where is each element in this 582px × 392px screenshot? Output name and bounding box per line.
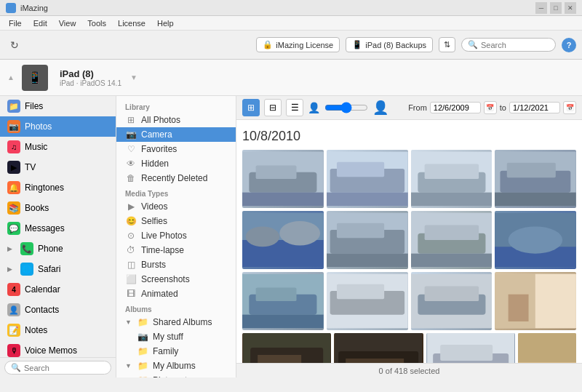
panel-item-timelapse[interactable]: ⏱ Time-lapse — [116, 243, 236, 257]
panel-item-camera[interactable]: 📷 Camera — [116, 127, 236, 142]
person-start-icon: 👤 — [308, 102, 320, 113]
photo-thumb[interactable] — [426, 333, 515, 363]
list-view-button[interactable]: ☰ — [286, 99, 303, 116]
menu-tools[interactable]: Tools — [81, 16, 112, 30]
window-controls[interactable]: ─ □ ✕ — [535, 2, 576, 14]
photo-thumb[interactable] — [242, 150, 324, 208]
menu-help[interactable]: Help — [151, 16, 180, 30]
camera-icon: 📷 — [125, 129, 137, 140]
photo-thumb[interactable] — [327, 150, 408, 208]
panel-item-myalbums[interactable]: ▼ 📁 My Albums — [116, 359, 236, 373]
sidebar-item-books[interactable]: 📚 Books — [0, 198, 116, 218]
minimize-button[interactable]: ─ — [535, 2, 547, 14]
menu-view[interactable]: View — [53, 16, 82, 30]
transfer-button[interactable]: ⇅ — [439, 37, 455, 52]
panel-item-recentlydeleted[interactable]: 🗑 Recently Deleted — [116, 171, 236, 185]
help-button[interactable]: ? — [562, 38, 576, 52]
svg-rect-6 — [337, 162, 384, 177]
date-from-input[interactable] — [430, 102, 481, 113]
panel-item-allphotos[interactable]: ⊞ All Photos — [116, 113, 236, 127]
panel-item-family[interactable]: 📁 Family — [116, 344, 236, 359]
sidebar-item-phone[interactable]: ▶ 📞 Phone — [0, 239, 116, 259]
sidebar-item-calendar[interactable]: 4 Calendar — [0, 279, 116, 300]
library-section-title: Library — [116, 99, 236, 113]
photo-thumb[interactable] — [334, 333, 423, 363]
photo-thumb[interactable] — [411, 272, 493, 330]
camera-label: Camera — [141, 129, 172, 140]
photo-thumb[interactable] — [242, 333, 331, 363]
svg-rect-37 — [337, 284, 384, 299]
sidebar-item-files[interactable]: 📁 Files — [0, 96, 116, 116]
pinterest-icon: 📁 — [137, 375, 148, 377]
app-title: iMazing — [20, 4, 48, 12]
panel-item-favorites[interactable]: ♡ Favorites — [116, 142, 236, 156]
sidebar-item-messages[interactable]: 💬 Messages — [0, 218, 116, 239]
slider-container[interactable] — [324, 102, 368, 113]
cal-to-button[interactable]: 📅 — [563, 101, 576, 114]
photo-thumb[interactable] — [495, 150, 576, 208]
sidebar-item-notes[interactable]: 📝 Notes — [0, 320, 116, 340]
panel-item-bursts[interactable]: ◫ Bursts — [116, 257, 236, 272]
menu-file[interactable]: File — [3, 16, 28, 30]
panel-item-selfies[interactable]: 😊 Selfies — [116, 214, 236, 228]
license-button[interactable]: 🔒 iMazing License — [256, 37, 340, 52]
photo-grid[interactable]: 10/8/2010 — [236, 120, 582, 363]
panel-item-videos[interactable]: ▶ Videos — [116, 199, 236, 214]
photo-grid-inner: 10/8/2010 — [236, 120, 582, 363]
animated-label: Animated — [141, 289, 178, 299]
panel-item-animated[interactable]: 🎞 Animated — [116, 287, 236, 301]
photo-thumb[interactable] — [242, 211, 324, 269]
panel-item-hidden[interactable]: 👁 Hidden — [116, 156, 236, 171]
photo-thumb[interactable] — [411, 150, 493, 208]
cal-from-button[interactable]: 📅 — [484, 101, 497, 114]
panel-item-screenshots[interactable]: ⬜ Screenshots — [116, 272, 236, 287]
scroll-up-arrow[interactable]: ▲ — [6, 72, 16, 83]
backup-button[interactable]: 📱 iPad (8) Backups — [346, 37, 433, 52]
panel-item-livephotos[interactable]: ⊙ Live Photos — [116, 228, 236, 243]
sidebar-search-area[interactable]: 🔍 — [0, 357, 116, 377]
photo-thumb[interactable] — [242, 272, 324, 330]
sidebar-search-input[interactable] — [24, 364, 97, 372]
date-to-input[interactable] — [509, 102, 560, 113]
medium-grid-view-button[interactable]: ⊟ — [264, 99, 282, 116]
size-slider[interactable] — [324, 102, 368, 113]
ringtones-icon: 🔔 — [7, 181, 20, 194]
sidebar-item-safari[interactable]: ▶ 🌐 Safari — [0, 259, 116, 279]
panel-item-sharedalbums[interactable]: ▼ 📁 Shared Albums — [116, 315, 236, 329]
status-bar: 0 of 418 selected — [236, 363, 582, 377]
svg-rect-26 — [424, 225, 479, 240]
allphotos-icon: ⊞ — [125, 115, 137, 125]
sidebar-item-label: Safari — [38, 264, 60, 274]
photo-thumb[interactable] — [518, 333, 576, 363]
panel-item-mystuff[interactable]: 📷 My stuff — [116, 329, 236, 344]
hidden-icon: 👁 — [125, 159, 137, 169]
sidebar-item-music[interactable]: ♫ Music — [0, 137, 116, 157]
photo-thumb[interactable] — [495, 211, 576, 269]
sidebar-search-icon: 🔍 — [11, 363, 21, 372]
close-button[interactable]: ✕ — [565, 2, 576, 14]
photo-thumb[interactable] — [411, 211, 493, 269]
photo-thumb[interactable] — [495, 272, 576, 330]
svg-rect-2 — [256, 165, 297, 179]
photo-thumb[interactable] — [327, 211, 408, 269]
animated-icon: 🎞 — [125, 289, 137, 299]
sidebar-item-contacts[interactable]: 👤 Contacts — [0, 300, 116, 320]
menu-edit[interactable]: Edit — [28, 16, 53, 30]
search-input[interactable] — [481, 41, 554, 49]
refresh-button[interactable]: ↻ — [6, 36, 23, 54]
panel-item-pinterest[interactable]: 📁 Pinterest — [116, 373, 236, 377]
device-expand-icon[interactable]: ▼ — [130, 73, 137, 81]
search-bar[interactable]: 🔍 — [461, 38, 556, 52]
sidebar-item-photos[interactable]: 📷 Photos — [0, 116, 116, 137]
sidebar-item-voicememos[interactable]: 🎙 Voice Memos — [0, 340, 116, 357]
sidebar-search-container[interactable]: 🔍 — [4, 361, 111, 375]
svg-rect-22 — [337, 223, 384, 238]
grid-view-button[interactable]: ⊞ — [242, 99, 260, 116]
notes-icon: 📝 — [7, 324, 20, 337]
maximize-button[interactable]: □ — [550, 2, 562, 14]
menu-license[interactable]: License — [112, 16, 151, 30]
sidebar-item-label: Photos — [25, 121, 52, 132]
sidebar-item-ringtones[interactable]: 🔔 Ringtones — [0, 177, 116, 198]
sidebar-item-tv[interactable]: ▶ TV — [0, 157, 116, 177]
photo-thumb[interactable] — [327, 272, 408, 330]
